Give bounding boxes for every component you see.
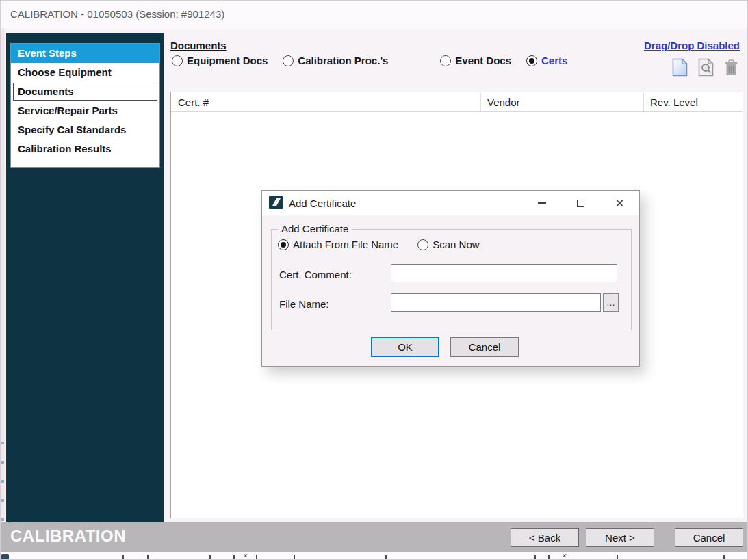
sidebar-item-calibration-results[interactable]: Calibration Results [11,139,159,159]
radio-certs[interactable]: Certs [526,55,567,66]
radio-circle-icon[interactable] [526,55,537,66]
minimize-icon [538,202,546,204]
background-window-edge [1,28,5,560]
background-tick [294,555,295,559]
sidebar-item-documents[interactable]: Documents [13,83,157,101]
radio-circle-icon[interactable] [278,239,289,250]
event-steps-header: Event Steps [11,44,159,63]
minimize-button[interactable] [522,191,561,215]
column-header-vendor[interactable]: Vendor [487,92,520,112]
cert-comment-label: Cert. Comment: [279,269,352,280]
edge-artifact [1,442,4,444]
background-tick [147,555,149,559]
background-tick [548,555,550,559]
dialog-title: Add Certificate [289,198,356,209]
column-header-rev-level[interactable]: Rev. Level [650,92,698,112]
window-titlebar: CALIBRATION - 01050503 (Session: #901243… [1,1,747,28]
radio-scan-now[interactable]: Scan Now [417,239,479,250]
background-xmark: ✕ [562,552,567,559]
maximize-button[interactable] [561,191,600,215]
sidebar-item-service-repair-parts[interactable]: Service/Repair Parts [11,101,159,120]
documents-heading: Documents [170,40,227,51]
file-name-input[interactable] [391,293,601,312]
app-logo-icon [269,196,283,211]
sidebar: Event Steps Choose Equipment Documents S… [6,33,164,522]
radio-event-docs[interactable]: Event Docs [440,55,511,66]
dialog-cancel-button[interactable]: Cancel [450,337,519,357]
background-tick [534,555,536,559]
add-certificate-group: Add Certificate Attach From File Name Sc… [271,229,632,330]
dialog-titlebar[interactable]: Add Certificate ✕ [262,191,639,215]
column-divider [480,92,481,112]
wizard-footer: CALIBRATION < Back Next > Cancel [1,522,748,552]
radio-equipment-docs[interactable]: Equipment Docs [172,55,268,66]
edge-artifact [1,518,4,521]
edge-artifact [1,480,4,483]
radio-circle-icon[interactable] [172,55,183,66]
maximize-icon [577,200,584,207]
radio-label: Calibration Proc.'s [298,55,388,66]
background-tick [723,555,725,559]
edge-artifact [1,499,4,502]
radio-circle-icon[interactable] [417,239,428,250]
background-tick [385,555,387,559]
background-tick [617,555,618,559]
window-title: CALIBRATION - 01050503 (Session: #901243… [10,8,224,20]
event-steps-panel: Event Steps Choose Equipment Documents S… [10,43,160,168]
browse-button[interactable]: … [603,293,619,312]
certs-table-header: Cert. # Vendor Rev. Level [171,92,743,112]
application-window: CALIBRATION - 01050503 (Session: #901243… [0,0,748,560]
radio-calibration-procs[interactable]: Calibration Proc.'s [283,55,388,66]
dialog-window-controls: ✕ [522,191,639,215]
sidebar-item-choose-equipment[interactable]: Choose Equipment [11,63,159,82]
group-title: Add Certificate [278,223,352,235]
wizard-cancel-button[interactable]: Cancel [675,528,743,547]
document-toolbar [672,58,738,79]
ok-button[interactable]: OK [371,337,439,357]
background-tick [256,555,257,559]
radio-label: Certs [541,55,567,66]
preview-document-icon[interactable] [698,58,714,79]
attach-mode-radios: Attach From File Name Scan Now [278,239,480,250]
delete-icon[interactable] [724,59,738,79]
background-window-strip: ✕ ✕ [1,552,748,560]
background-artifact [1,554,9,560]
close-button[interactable]: ✕ [600,191,639,215]
radio-attach-from-file[interactable]: Attach From File Name [278,239,398,250]
background-tick [122,555,124,559]
document-type-radios: Equipment Docs Calibration Proc.'s Event… [172,55,567,66]
radio-circle-icon[interactable] [283,55,294,66]
add-certificate-dialog: Add Certificate ✕ Add Certificate Attach… [261,190,640,367]
column-header-cert-number[interactable]: Cert. # [178,92,209,112]
dragdrop-toggle-link[interactable]: Drag/Drop Disabled [644,40,740,51]
sidebar-item-specify-cal-standards[interactable]: Specify Cal Standards [11,120,159,139]
column-divider [643,92,644,112]
back-button[interactable]: < Back [511,528,579,547]
background-xmark: ✕ [243,552,248,559]
background-tick [233,555,235,559]
background-tick [209,555,211,559]
file-name-label: File Name: [279,298,329,310]
wizard-title: CALIBRATION [10,526,126,546]
next-button[interactable]: Next > [586,528,654,547]
radio-label: Attach From File Name [293,239,398,250]
radio-label: Scan Now [433,239,479,250]
edge-artifact [1,461,4,464]
new-document-icon[interactable] [672,58,688,79]
radio-label: Equipment Docs [187,55,268,66]
radio-circle-icon[interactable] [440,55,451,66]
radio-label: Event Docs [455,55,511,66]
cert-comment-input[interactable] [391,264,617,282]
